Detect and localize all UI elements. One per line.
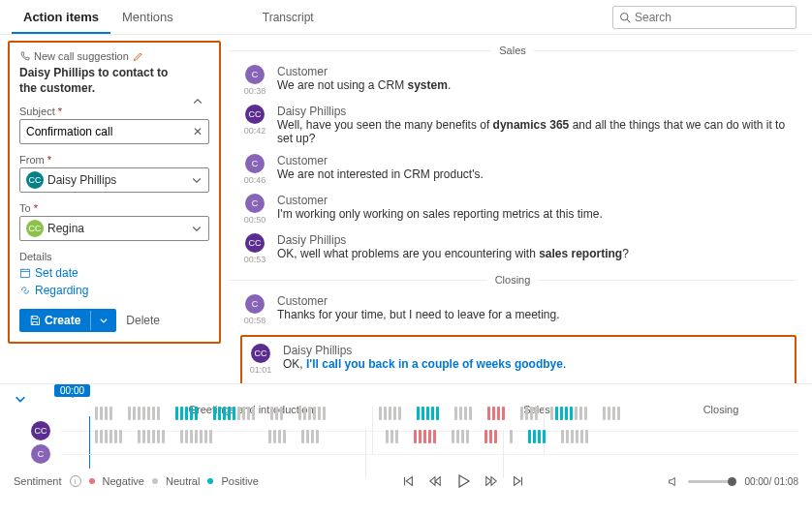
to-input[interactable]: CC Regina	[19, 216, 209, 241]
avatar: CC	[245, 233, 265, 253]
section-label: Closing	[495, 274, 531, 286]
tab-mentions[interactable]: Mentions	[110, 0, 185, 34]
delete-button[interactable]: Delete	[126, 314, 160, 327]
chevron-down-icon[interactable]	[191, 174, 203, 186]
speaker-name: Daisy Phillips	[283, 344, 789, 357]
dot-negative	[89, 478, 95, 484]
create-label: Create	[45, 314, 80, 327]
volume-icon[interactable]	[668, 475, 680, 488]
utterance: We are not interested in CRM product's.	[277, 167, 796, 181]
avatar: C	[245, 65, 265, 84]
suggestion-label: New call suggestion	[34, 50, 129, 62]
avatar: CC	[245, 105, 265, 124]
details-label: Details	[19, 251, 209, 262]
search-wrap	[612, 0, 812, 34]
suggestion-row: New call suggestion	[19, 50, 209, 62]
timestamp: 00:42	[244, 126, 266, 136]
search-input[interactable]	[635, 11, 790, 24]
timestamp: 00:46	[244, 175, 266, 185]
action-card: New call suggestion Daisy Phillips to co…	[8, 41, 221, 344]
left-panel: New call suggestion Daisy Phillips to co…	[0, 35, 229, 383]
search-box[interactable]	[612, 6, 796, 29]
transcript-item[interactable]: CC 00:42 Daisy Phillips Well, have you s…	[229, 102, 796, 151]
timeline: 00:00 Greetings and introduction Sales C…	[0, 383, 812, 470]
avatar: C	[31, 444, 50, 464]
main: New call suggestion Daisy Phillips to co…	[0, 35, 812, 383]
utterance: Well, have you seen the many benefits of…	[277, 118, 796, 145]
regarding-link[interactable]: Regarding	[19, 284, 209, 297]
top-bar: Action items Mentions Transcript	[0, 0, 812, 35]
timestamp: 00:38	[244, 86, 266, 96]
tabs: Action items Mentions	[0, 0, 185, 34]
speaker-name: Customer	[277, 194, 796, 207]
avatar: C	[245, 294, 265, 314]
utterance: OK, well what problems are you encounter…	[277, 247, 796, 260]
tab-action-items[interactable]: Action items	[12, 0, 110, 34]
highlighted-message[interactable]: CC 01:01 Daisy Phillips OK, I'll call yo…	[240, 335, 796, 383]
from-input[interactable]: CC Daisy Phillips	[19, 167, 209, 193]
to-chip: CC Regina	[26, 220, 84, 237]
subject-field[interactable]	[26, 125, 193, 138]
section-label: Sales	[499, 45, 526, 56]
speaker-name: Customer	[277, 65, 796, 78]
timestamp: 01:01	[250, 365, 272, 375]
to-value: Regina	[47, 222, 84, 235]
timestamp: 00:53	[244, 255, 266, 264]
avatar: CC	[31, 421, 50, 440]
avatar: CC	[26, 171, 44, 189]
to-label: To *	[19, 202, 209, 214]
dot-neutral	[152, 478, 158, 484]
search-icon	[619, 12, 631, 23]
utterance: I'm working only working on sales report…	[277, 207, 796, 221]
phone-icon	[19, 51, 30, 62]
link-icon	[19, 285, 31, 296]
timestamp: 00:58	[244, 316, 266, 325]
speaker-name: Customer	[277, 154, 796, 167]
svg-point-0	[621, 13, 629, 20]
volume-thumb[interactable]	[728, 477, 736, 486]
close-icon[interactable]: ✕	[193, 125, 203, 138]
speaker-name: Dasiy Phillips	[277, 233, 796, 247]
timeline-row-customer: C	[31, 442, 798, 466]
pencil-icon[interactable]	[133, 51, 143, 62]
volume-slider[interactable]	[688, 480, 736, 483]
avatar: C	[245, 154, 265, 173]
transcript-item[interactable]: C 00:58 Customer Thanks for your time, b…	[229, 291, 796, 331]
legend-label: Sentiment	[14, 475, 62, 487]
set-date-link[interactable]: Set date	[19, 266, 209, 280]
chevron-up-icon[interactable]	[192, 96, 203, 107]
dot-positive	[207, 478, 213, 484]
volume-time: 00:00/ 01:08	[668, 475, 798, 488]
svg-line-1	[627, 19, 630, 22]
timeline-rows: CC C	[31, 419, 798, 466]
utterance: OK, I'll call you back in a couple of we…	[283, 357, 789, 371]
create-button[interactable]: Create	[19, 309, 116, 332]
subject-input[interactable]: ✕	[19, 119, 209, 144]
transcript-header: Transcript	[185, 0, 612, 34]
speaker-name: Daisy Phillips	[277, 105, 796, 118]
speaker-name: Customer	[277, 294, 796, 308]
set-date-label: Set date	[35, 266, 78, 280]
calendar-icon	[19, 267, 31, 279]
utterance: Thanks for your time, but I need to leav…	[277, 308, 796, 321]
section-closing: Closing	[229, 274, 796, 286]
utterance: We are not using a CRM system.	[277, 78, 796, 92]
chevron-down-icon[interactable]	[191, 223, 203, 234]
from-value: Daisy Phillips	[47, 173, 116, 187]
card-title: Daisy Phillips to contact to the custome…	[19, 66, 184, 96]
timestamp: 00:50	[244, 215, 266, 225]
transcript-item[interactable]: C 00:38 Customer We are not using a CRM …	[229, 62, 796, 102]
create-split[interactable]	[90, 311, 116, 330]
transcript-item[interactable]: C 00:50 Customer I'm working only workin…	[229, 191, 796, 230]
transcript-panel[interactable]: Sales C 00:38 Customer We are not using …	[229, 35, 812, 383]
transcript-title: Transcript	[263, 11, 314, 24]
button-row: Create Delete	[19, 309, 209, 332]
from-label: From *	[19, 154, 209, 166]
track[interactable]	[60, 445, 798, 463]
avatar: C	[245, 194, 265, 213]
playhead-time[interactable]: 00:00	[54, 384, 90, 397]
chevron-down-icon[interactable]	[14, 392, 27, 406]
transcript-item[interactable]: CC 00:53 Dasiy Phillips OK, well what pr…	[229, 230, 796, 270]
subject-label: Subject *	[19, 106, 209, 117]
transcript-item[interactable]: C 00:46 Customer We are not interested i…	[229, 151, 796, 191]
